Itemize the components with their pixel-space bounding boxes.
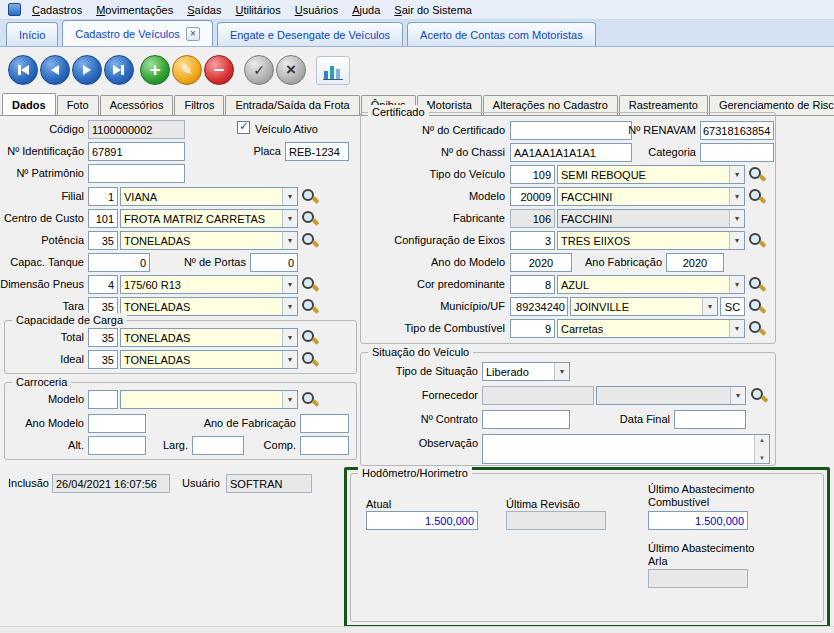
config-eixos-code-input[interactable] xyxy=(510,231,555,250)
menu-cadastros[interactable]: Cadastros xyxy=(25,2,89,18)
combustivel-code-input[interactable] xyxy=(510,319,555,338)
ideal-combo-input[interactable] xyxy=(121,351,282,368)
chevron-down-icon[interactable] xyxy=(282,188,297,205)
tipo-veiculo-combo-input[interactable] xyxy=(558,166,729,183)
filial-code-input[interactable] xyxy=(88,187,118,206)
comp-input[interactable] xyxy=(300,436,349,455)
tara-search-icon[interactable] xyxy=(301,298,318,315)
horizontal-scrollbar[interactable] xyxy=(0,626,834,633)
ideal-combo[interactable] xyxy=(120,350,298,369)
tab-inicio[interactable]: Início xyxy=(6,22,58,46)
ideal-code-input[interactable] xyxy=(88,350,118,369)
cor-combo-input[interactable] xyxy=(558,276,729,293)
form-tab-filtros[interactable]: Filtros xyxy=(174,95,224,115)
cor-search-icon[interactable] xyxy=(748,276,765,293)
scrollbar[interactable] xyxy=(754,435,769,463)
ano-fabricacao-cert-input[interactable] xyxy=(666,253,724,272)
modelo-combo[interactable] xyxy=(557,187,745,206)
tipo-veiculo-code-input[interactable] xyxy=(510,165,555,184)
chevron-down-icon[interactable] xyxy=(729,166,744,183)
config-eixos-search-icon[interactable] xyxy=(748,232,765,249)
tab-acerto-de-contas[interactable]: Acerto de Contas com Motoristas xyxy=(407,22,596,46)
data-final-input[interactable] xyxy=(674,410,746,429)
tipo-veiculo-search-icon[interactable] xyxy=(748,166,765,183)
renavam-input[interactable] xyxy=(700,121,774,140)
carroceria-modelo-search-icon[interactable] xyxy=(301,391,318,408)
filial-combo[interactable] xyxy=(120,187,298,206)
centro-custo-combo-input[interactable] xyxy=(121,210,282,227)
carroceria-modelo-code-input[interactable] xyxy=(88,390,118,409)
centro-custo-combo[interactable] xyxy=(120,209,298,228)
menu-movimentacoes[interactable]: Movimentações xyxy=(89,2,180,18)
filial-search-icon[interactable] xyxy=(301,188,318,205)
fornecedor-search-icon[interactable] xyxy=(750,387,767,404)
menu-usuarios[interactable]: Usuários xyxy=(288,2,345,18)
ano-fabricacao-input[interactable] xyxy=(300,414,349,433)
chevron-down-icon[interactable] xyxy=(729,232,744,249)
chevron-down-icon[interactable] xyxy=(282,232,297,249)
carroceria-modelo-combo[interactable] xyxy=(120,390,298,409)
chart-button[interactable] xyxy=(316,56,350,85)
last-record-button[interactable] xyxy=(104,55,134,85)
tara-combo-input[interactable] xyxy=(121,298,282,315)
capac-tanque-input[interactable] xyxy=(88,253,150,272)
atual-input[interactable] xyxy=(366,511,478,530)
modelo-search-icon[interactable] xyxy=(748,188,765,205)
modelo-combo-input[interactable] xyxy=(558,188,729,205)
form-tab-dados[interactable]: Dados xyxy=(2,93,56,116)
menu-sair-do-sistema[interactable]: Sair do Sistema xyxy=(387,2,479,18)
total-combo-input[interactable] xyxy=(121,329,282,346)
ano-modelo-input[interactable] xyxy=(88,414,146,433)
close-icon[interactable] xyxy=(186,27,200,41)
dimensao-pneus-combo-input[interactable] xyxy=(121,276,282,293)
total-combo[interactable] xyxy=(120,328,298,347)
confirm-button[interactable] xyxy=(244,55,274,85)
chevron-down-icon[interactable] xyxy=(282,329,297,346)
identificacao-input[interactable] xyxy=(88,142,185,161)
form-tab-entrada-saida-da-frota[interactable]: Entrada/Saída da Frota xyxy=(225,95,359,115)
ideal-search-icon[interactable] xyxy=(301,351,318,368)
categoria-input[interactable] xyxy=(700,143,774,162)
chevron-down-icon[interactable] xyxy=(282,210,297,227)
tipo-situacao-combo[interactable] xyxy=(482,362,570,381)
combustivel-combo-input[interactable] xyxy=(558,320,729,337)
potencia-combo[interactable] xyxy=(120,231,298,250)
combustivel-combo[interactable] xyxy=(557,319,745,338)
veiculo-ativo-checkbox[interactable] xyxy=(237,121,250,134)
potencia-search-icon[interactable] xyxy=(301,232,318,249)
tipo-veiculo-combo[interactable] xyxy=(557,165,745,184)
delete-record-button[interactable] xyxy=(204,55,234,85)
edit-record-button[interactable] xyxy=(172,55,202,85)
potencia-combo-input[interactable] xyxy=(121,232,282,249)
chevron-down-icon[interactable] xyxy=(702,298,717,315)
patrimonio-input[interactable] xyxy=(88,164,185,183)
tara-combo[interactable] xyxy=(120,297,298,316)
centro-custo-code-input[interactable] xyxy=(88,209,118,228)
num-certificado-input[interactable] xyxy=(510,121,632,140)
centro-custo-search-icon[interactable] xyxy=(301,210,318,227)
modelo-code-input[interactable] xyxy=(510,187,555,206)
config-eixos-combo[interactable] xyxy=(557,231,745,250)
observacao-input[interactable] xyxy=(482,434,770,464)
filial-combo-input[interactable] xyxy=(121,188,282,205)
chevron-down-icon[interactable] xyxy=(729,276,744,293)
dimensao-pneus-combo[interactable] xyxy=(120,275,298,294)
menu-utilitarios[interactable]: Utilitários xyxy=(228,2,287,18)
municipio-code-input[interactable] xyxy=(510,297,568,316)
chevron-down-icon[interactable] xyxy=(282,391,297,408)
combustivel-search-icon[interactable] xyxy=(748,320,765,337)
municipio-search-icon[interactable] xyxy=(748,298,765,315)
portas-input[interactable] xyxy=(250,253,298,272)
menu-ajuda[interactable]: Ajuda xyxy=(345,2,387,18)
chevron-down-icon[interactable] xyxy=(729,188,744,205)
config-eixos-combo-input[interactable] xyxy=(558,232,729,249)
contrato-input[interactable] xyxy=(482,410,570,429)
chevron-down-icon[interactable] xyxy=(282,298,297,315)
placa-input[interactable] xyxy=(285,142,349,161)
tab-cadastro-de-veiculos[interactable]: Cadastro de Veículos xyxy=(62,20,213,46)
uf-input[interactable] xyxy=(720,297,745,316)
ano-do-modelo-input[interactable] xyxy=(510,253,572,272)
previous-record-button[interactable] xyxy=(40,55,70,85)
chevron-down-icon[interactable] xyxy=(282,276,297,293)
municipio-combo[interactable] xyxy=(570,297,718,316)
